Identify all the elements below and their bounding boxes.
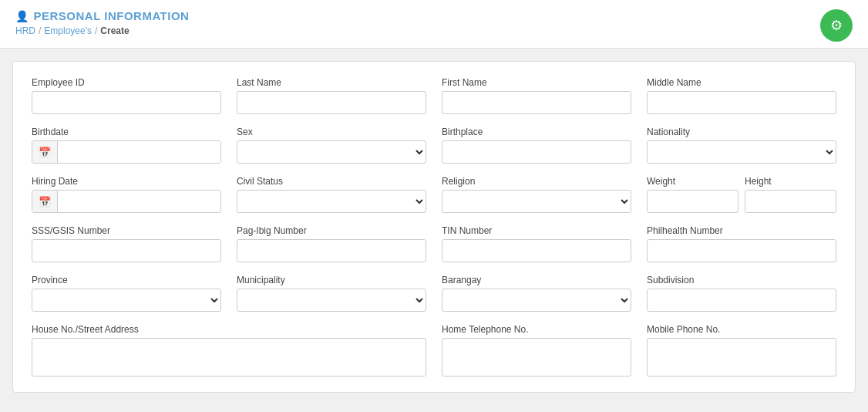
field-municipality: Municipality [237,275,426,312]
input-sss-gsis[interactable] [32,239,221,262]
input-house-street[interactable] [32,338,426,377]
input-tin[interactable] [442,239,631,262]
label-house-street: House No./Street Address [32,324,426,335]
form-card: Employee ID Last Name First Name Middle … [12,61,856,393]
breadcrumb-current: Create [100,25,129,36]
field-religion: Religion [442,176,631,213]
birthdate-wrapper: 📅 [32,140,221,164]
field-subdivision: Subdivision [647,275,836,312]
label-civil-status: Civil Status [237,176,426,187]
label-birthdate: Birthdate [32,127,221,137]
label-mobile-phone: Mobile Phone No. [647,324,836,335]
input-hiring-date[interactable] [58,190,220,213]
field-civil-status: Civil Status Single Married Widowed Sepa… [237,176,426,213]
label-employee-id: Employee ID [32,77,221,88]
title-text: PERSONAL INFORMATION [34,9,190,22]
input-employee-id[interactable] [32,91,221,114]
select-province[interactable] [32,289,221,312]
birthdate-calendar-icon[interactable]: 📅 [32,141,58,163]
field-first-name: First Name [442,77,631,114]
input-mobile-phone[interactable] [647,338,836,377]
form-grid: Employee ID Last Name First Name Middle … [32,77,836,377]
hiring-date-wrapper: 📅 [32,190,221,213]
input-last-name[interactable] [237,91,426,114]
field-last-name: Last Name [237,77,426,114]
input-pag-ibig[interactable] [237,239,426,262]
breadcrumb-hrd[interactable]: HRD [15,25,35,36]
input-subdivision[interactable] [647,289,836,312]
label-nationality: Nationality [647,127,836,137]
input-birthdate[interactable] [58,140,220,164]
label-province: Province [32,275,221,285]
select-civil-status[interactable]: Single Married Widowed Separated [237,190,426,213]
label-religion: Religion [442,176,631,187]
input-middle-name[interactable] [647,91,836,114]
weight-height-wrapper: Weight Height [647,176,836,213]
field-weight: Weight [647,176,738,213]
input-home-telephone[interactable] [442,338,631,377]
breadcrumb-sep-2: / [95,25,97,36]
input-first-name[interactable] [442,91,631,114]
main-content: Employee ID Last Name First Name Middle … [0,49,868,405]
page-title: 👤 PERSONAL INFORMATION [15,9,189,22]
hiring-date-calendar-icon[interactable]: 📅 [32,191,58,212]
field-philhealth: Philhealth Number [647,225,836,262]
field-barangay: Barangay [442,275,631,312]
field-weight-height: Weight Height [647,176,836,213]
label-sex: Sex [237,127,426,137]
select-sex[interactable]: Male Female [237,140,426,164]
input-philhealth[interactable] [647,239,836,262]
breadcrumb-sep-1: / [39,25,41,36]
select-barangay[interactable] [442,289,631,312]
page-header: 👤 PERSONAL INFORMATION HRD / Employee's … [0,0,868,49]
field-sss-gsis: SSS/GSIS Number [32,225,221,262]
label-pag-ibig: Pag-Ibig Number [237,225,426,236]
label-philhealth: Philhealth Number [647,225,836,236]
header-left: 👤 PERSONAL INFORMATION HRD / Employee's … [15,9,189,36]
label-height: Height [745,176,836,187]
label-middle-name: Middle Name [647,77,836,88]
field-mobile-phone: Mobile Phone No. [647,324,836,377]
select-municipality[interactable] [237,289,426,312]
label-birthplace: Birthplace [442,127,631,137]
field-birthplace: Birthplace [442,127,631,164]
label-hiring-date: Hiring Date [32,176,221,187]
breadcrumb: HRD / Employee's / Create [15,25,189,36]
field-employee-id: Employee ID [32,77,221,114]
gear-icon: ⚙ [830,17,843,34]
label-home-telephone: Home Telephone No. [442,324,631,335]
select-nationality[interactable] [647,140,836,164]
label-first-name: First Name [442,77,631,88]
field-sex: Sex Male Female [237,127,426,164]
label-weight: Weight [647,176,738,187]
field-birthdate: Birthdate 📅 [32,127,221,164]
person-icon: 👤 [15,10,29,22]
label-last-name: Last Name [237,77,426,88]
label-municipality: Municipality [237,275,426,285]
label-subdivision: Subdivision [647,275,836,285]
field-hiring-date: Hiring Date 📅 [32,176,221,213]
label-sss-gsis: SSS/GSIS Number [32,225,221,236]
field-pag-ibig: Pag-Ibig Number [237,225,426,262]
input-height[interactable] [745,190,836,213]
field-height: Height [745,176,836,213]
field-middle-name: Middle Name [647,77,836,114]
select-religion[interactable] [442,190,631,213]
field-nationality: Nationality [647,127,836,164]
label-tin: TIN Number [442,225,631,236]
field-tin: TIN Number [442,225,631,262]
input-weight[interactable] [647,190,738,213]
field-house-street: House No./Street Address [32,324,426,377]
breadcrumb-employees[interactable]: Employee's [44,25,92,36]
input-birthplace[interactable] [442,140,631,164]
gear-button[interactable]: ⚙ [820,9,853,42]
field-province: Province [32,275,221,312]
field-home-telephone: Home Telephone No. [442,324,631,377]
label-barangay: Barangay [442,275,631,285]
